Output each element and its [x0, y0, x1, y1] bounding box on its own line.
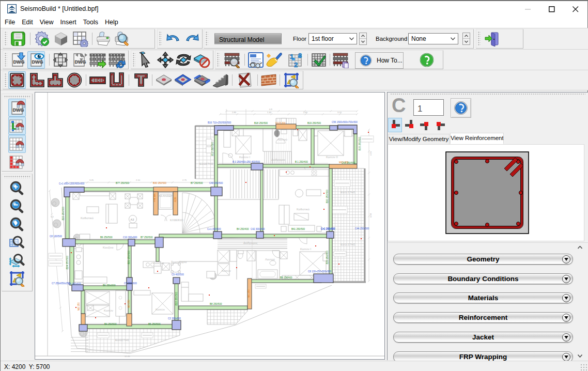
tab-view-modify-geometry[interactable]: View/Modify Geometry	[388, 134, 450, 144]
move-grid-button[interactable]	[52, 51, 69, 69]
rotate-tool-button[interactable]	[175, 51, 192, 69]
snap-points-button[interactable]	[8, 153, 26, 171]
print-button[interactable]	[95, 30, 113, 48]
wall-button[interactable]	[89, 71, 106, 89]
scroll-down-arrow[interactable]	[576, 351, 584, 360]
zoom-window-button[interactable]	[8, 233, 26, 251]
svg-text:2.85: 2.85	[232, 111, 237, 114]
menu-help[interactable]: Help	[102, 17, 121, 26]
resize-grip[interactable]	[580, 364, 587, 371]
menu-view[interactable]: View	[37, 17, 56, 26]
dropdown-icon	[562, 275, 570, 283]
building-review-button[interactable]	[224, 51, 241, 69]
maximize-button[interactable]	[540, 1, 564, 17]
zoom-in-button[interactable]	[8, 179, 26, 197]
svg-text:A3: A3	[131, 218, 134, 221]
spinner-up-button[interactable]	[360, 33, 366, 39]
dropdown-icon	[562, 255, 570, 264]
save-button[interactable]	[9, 30, 27, 48]
infill-wall-button[interactable]	[260, 71, 277, 89]
import-dwg-button[interactable]: DWG	[9, 51, 26, 69]
qblue-icon	[359, 54, 373, 67]
room-label: ΕΞΩΣΤΗΣ	[199, 162, 213, 165]
undo-button[interactable]	[164, 30, 182, 48]
background-select[interactable]: None	[408, 33, 458, 44]
move-dwg-button[interactable]: DWG	[70, 51, 88, 69]
spinner-up-button[interactable]	[463, 33, 470, 39]
dropdown-icon	[562, 294, 570, 302]
l-column-button[interactable]	[28, 71, 45, 89]
element-number-input[interactable]	[413, 99, 444, 116]
zoom-selection-button[interactable]	[8, 269, 26, 287]
accordion-scrollbar[interactable]	[576, 243, 585, 360]
stairs-button[interactable]	[212, 71, 229, 89]
spinner-down-button[interactable]	[463, 39, 470, 44]
slab-button[interactable]	[155, 71, 173, 89]
floor-select[interactable]: 1st floor	[308, 33, 357, 44]
how-to-button[interactable]: How To...	[355, 52, 404, 69]
view-dwg-button[interactable]: DWG	[27, 51, 45, 69]
snap-grid-button[interactable]	[8, 135, 26, 153]
u-wall-button[interactable]	[108, 71, 126, 89]
renumber-brush-button[interactable]	[266, 51, 283, 69]
minimize-button[interactable]	[516, 1, 540, 17]
ribbed-slab-button[interactable]	[193, 71, 211, 89]
grid-settings-button[interactable]	[71, 30, 89, 48]
beam-label: B19 250/500	[307, 122, 321, 125]
floor-spinner[interactable]	[359, 33, 367, 45]
t-beam-button[interactable]	[132, 71, 150, 89]
accordion-reinforcement[interactable]: Reinforcement	[393, 312, 573, 323]
circular-column-button[interactable]	[66, 71, 83, 89]
zoom-extents-button[interactable]	[8, 215, 26, 233]
floor-plan-drawing: A32.851.402.603.103.252.102.754.153.905.…	[35, 92, 384, 359]
select-tool-button[interactable]	[137, 51, 155, 69]
accordion-boundary-conditions[interactable]: Boundary Conditions	[393, 273, 573, 284]
zoom-out-button[interactable]	[8, 197, 26, 215]
menu-file[interactable]: File	[2, 17, 18, 26]
snap-dwg-button[interactable]: DWG	[8, 99, 26, 117]
exit-button[interactable]	[484, 30, 501, 48]
scroll-up-arrow[interactable]	[576, 243, 584, 252]
tab-view-reinforcement[interactable]: View Reinforcement	[450, 133, 504, 144]
app-window: SeismoBuild * [Untitled.bpf] FileEditVie…	[0, 0, 588, 371]
t-column-button[interactable]	[47, 71, 64, 89]
move-tool-button[interactable]	[157, 51, 174, 69]
blueprint-icon	[247, 52, 264, 68]
zoom-element-button[interactable]	[283, 71, 300, 89]
insert-corner-tl-button[interactable]	[433, 118, 447, 132]
export-building-button[interactable]	[89, 51, 106, 69]
zoom-pan-button[interactable]	[8, 251, 26, 269]
spinner-down-button[interactable]	[360, 39, 366, 44]
panel-help-button[interactable]	[451, 98, 471, 118]
delete-tool-button[interactable]	[193, 51, 211, 69]
refresh-building-button[interactable]	[108, 51, 126, 69]
rect-column-button[interactable]	[8, 71, 26, 89]
background-spinner[interactable]	[462, 33, 470, 45]
accordion-materials[interactable]: Materials	[393, 292, 573, 303]
print-preview-button[interactable]	[114, 30, 131, 48]
wallU-icon	[109, 72, 125, 88]
menu-tools[interactable]: Tools	[81, 17, 101, 26]
grid-numbers-button[interactable]: 132	[286, 51, 304, 69]
insert-corner-tr-button[interactable]	[417, 118, 431, 132]
structural-model-button[interactable]: Structural Model	[214, 34, 282, 44]
drawing-canvas[interactable]: A32.851.402.603.103.252.102.754.153.905.…	[35, 92, 385, 360]
view-3d-button[interactable]	[52, 30, 70, 48]
check-model-button[interactable]	[310, 51, 328, 69]
settings-button[interactable]	[33, 30, 51, 48]
accordion-geometry[interactable]: Geometry	[393, 254, 573, 265]
menu-edit[interactable]: Edit	[19, 17, 36, 26]
copy-building-button[interactable]	[332, 51, 350, 69]
menu-insert[interactable]: Insert	[58, 17, 79, 26]
close-button[interactable]	[564, 1, 587, 17]
accordion-jacket[interactable]: Jacket	[393, 332, 573, 343]
stiff-slab-button[interactable]	[174, 71, 192, 89]
insert-corner-bl-button[interactable]	[388, 118, 402, 132]
blueprint-button[interactable]	[247, 51, 265, 69]
insert-corner-br-button[interactable]	[403, 118, 416, 132]
snap-elements-button[interactable]	[8, 117, 26, 135]
redo-button[interactable]	[183, 30, 201, 48]
redo-icon	[184, 32, 200, 45]
help-button[interactable]	[418, 51, 436, 69]
truss-button[interactable]	[236, 71, 253, 89]
